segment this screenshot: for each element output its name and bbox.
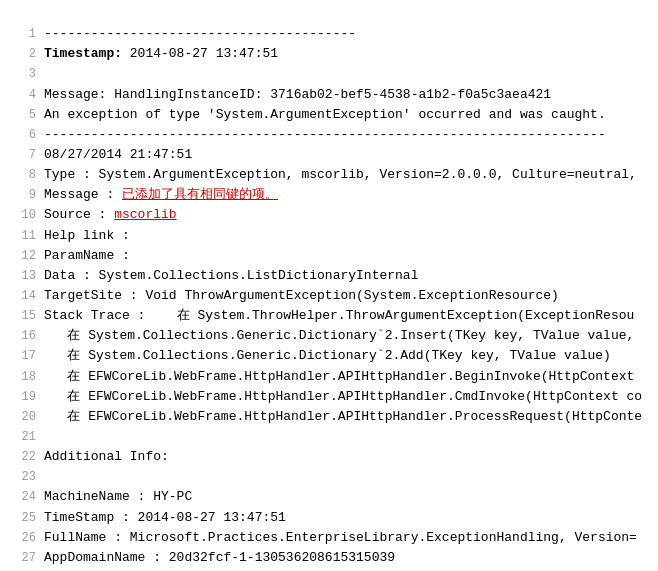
log-line: 23	[8, 467, 650, 487]
line-content: AppDomainName : 20d32fcf-1-1305362086153…	[44, 550, 395, 565]
line-content: FullName : Microsoft.Practices.Enterpris…	[44, 530, 637, 545]
log-line: 14TargetSite : Void ThrowArgumentExcepti…	[8, 286, 650, 306]
line-content: 08/27/2014 21:47:51	[44, 147, 192, 162]
line-number: 3	[8, 65, 36, 84]
line-content: 在 System.Collections.Generic.Dictionary`…	[44, 328, 634, 343]
log-line: 22Additional Info:	[8, 447, 650, 467]
line-number: 12	[8, 247, 36, 266]
log-line: 24MachineName : HY-PC	[8, 487, 650, 507]
line-content: MachineName : HY-PC	[44, 489, 192, 504]
line-content: 在 EFWCoreLib.WebFrame.HttpHandler.APIHtt…	[44, 389, 642, 404]
line-content: Source :	[44, 207, 114, 222]
line-content: 已添加了具有相同键的项。	[122, 187, 278, 202]
line-content: 在 System.Collections.Generic.Dictionary`…	[44, 348, 611, 363]
log-line: 20 在 EFWCoreLib.WebFrame.HttpHandler.API…	[8, 407, 650, 427]
line-number: 22	[8, 448, 36, 467]
line-content: Message :	[44, 187, 122, 202]
line-number: 20	[8, 408, 36, 427]
log-line: 708/27/2014 21:47:51	[8, 145, 650, 165]
line-number: 15	[8, 307, 36, 326]
line-number: 24	[8, 488, 36, 507]
log-line: 13Data : System.Collections.ListDictiona…	[8, 266, 650, 286]
line-number: 21	[8, 428, 36, 447]
log-line: 15Stack Trace : 在 System.ThrowHelper.Thr…	[8, 306, 650, 326]
log-line: 2Timestamp: 2014-08-27 13:47:51	[8, 44, 650, 64]
line-number: 6	[8, 126, 36, 145]
log-line: 25TimeStamp : 2014-08-27 13:47:51	[8, 508, 650, 528]
log-line: 26FullName : Microsoft.Practices.Enterpr…	[8, 528, 650, 548]
line-content: TargetSite : Void ThrowArgumentException…	[44, 288, 559, 303]
line-content: Stack Trace : 在 System.ThrowHelper.Throw…	[44, 308, 634, 323]
log-line: 9Message : 已添加了具有相同键的项。	[8, 185, 650, 205]
line-content: An exception of type 'System.ArgumentExc…	[44, 107, 606, 122]
line-number: 5	[8, 106, 36, 125]
log-line: 8Type : System.ArgumentException, mscorl…	[8, 165, 650, 185]
line-content: Message: HandlingInstanceID: 3716ab02-be…	[44, 87, 551, 102]
log-line: 10Source : mscorlib	[8, 205, 650, 225]
log-line: 17 在 System.Collections.Generic.Dictiona…	[8, 346, 650, 366]
line-content: Help link :	[44, 228, 138, 243]
line-content: 在 EFWCoreLib.WebFrame.HttpHandler.APIHtt…	[44, 369, 634, 384]
log-output: 1---------------------------------------…	[0, 0, 658, 571]
line-content: mscorlib	[114, 207, 176, 222]
line-content: 在 EFWCoreLib.WebFrame.HttpHandler.APIHtt…	[44, 409, 642, 424]
line-number: 16	[8, 327, 36, 346]
line-content: ParamName :	[44, 248, 138, 263]
line-number: 19	[8, 388, 36, 407]
line-number: 13	[8, 267, 36, 286]
line-content: Timestamp: 2014-08-27 13:47:51	[44, 46, 278, 61]
log-line: 1---------------------------------------…	[8, 24, 650, 44]
line-content: TimeStamp : 2014-08-27 13:47:51	[44, 510, 286, 525]
log-line: 21	[8, 427, 650, 447]
line-content: Additional Info:	[44, 449, 169, 464]
log-line: 6---------------------------------------…	[8, 125, 650, 145]
line-number: 14	[8, 287, 36, 306]
line-number: 18	[8, 368, 36, 387]
line-number: 27	[8, 549, 36, 568]
line-content: Data : System.Collections.ListDictionary…	[44, 268, 418, 283]
log-line: 4Message: HandlingInstanceID: 3716ab02-b…	[8, 85, 650, 105]
line-number: 9	[8, 186, 36, 205]
log-line: 3	[8, 64, 650, 84]
line-number: 8	[8, 166, 36, 185]
log-line: 18 在 EFWCoreLib.WebFrame.HttpHandler.API…	[8, 367, 650, 387]
line-number: 17	[8, 347, 36, 366]
line-number: 2	[8, 45, 36, 64]
line-number: 7	[8, 146, 36, 165]
log-line: 12ParamName :	[8, 246, 650, 266]
line-number: 23	[8, 468, 36, 487]
line-number: 1	[8, 25, 36, 44]
line-number: 4	[8, 86, 36, 105]
log-line: 19 在 EFWCoreLib.WebFrame.HttpHandler.API…	[8, 387, 650, 407]
line-content: Type : System.ArgumentException, mscorli…	[44, 167, 637, 182]
line-number: 25	[8, 509, 36, 528]
line-content: ----------------------------------------	[44, 26, 356, 41]
log-line: 27AppDomainName : 20d32fcf-1-13053620861…	[8, 548, 650, 568]
log-line: 16 在 System.Collections.Generic.Dictiona…	[8, 326, 650, 346]
line-number: 10	[8, 206, 36, 225]
line-content: ----------------------------------------…	[44, 127, 606, 142]
line-number: 11	[8, 227, 36, 246]
log-line: 11Help link :	[8, 226, 650, 246]
line-number: 26	[8, 529, 36, 548]
log-line: 5An exception of type 'System.ArgumentEx…	[8, 105, 650, 125]
